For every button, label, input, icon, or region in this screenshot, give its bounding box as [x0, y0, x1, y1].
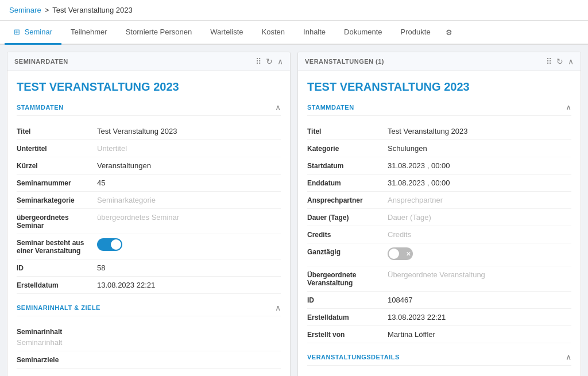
veranstaltungsdetails-section-title: VERANSTALTUNGSDETAILS: [307, 354, 400, 361]
breadcrumb-current: Test Veranstaltung 2023: [52, 6, 133, 14]
drag-icon-right[interactable]: ⠿: [546, 57, 552, 66]
table-row: Seminarinhalt Seminarinhalt: [17, 323, 281, 351]
breadcrumb: Seminare > Test Veranstaltung 2023: [0, 0, 588, 21]
table-row: Seminarkategorie Seminarkategorie: [17, 192, 281, 209]
tabs-bar: ⊞ Seminar Teilnehmer Stornierte Personen…: [0, 21, 588, 45]
seminarinhalt-section-title: SEMINARINHALT & ZIELE: [17, 304, 100, 311]
table-row: übergeordnetesSeminar übergeordnetes Sem…: [17, 209, 281, 234]
table-row: Seminar besteht auseiner Veranstaltung: [17, 234, 281, 259]
drag-icon[interactable]: ⠿: [256, 57, 261, 66]
toggle-x-label: ✕: [406, 251, 411, 257]
tab-kosten[interactable]: Kosten: [253, 21, 294, 45]
stammdaten-section-header: STAMMDATEN ∧: [17, 103, 281, 116]
veranstaltungen-panel-header: VERANSTALTUNGEN (1) ⠿ ↻ ∧: [298, 52, 581, 71]
table-row: Untertitel Untertitel: [17, 140, 281, 157]
table-row: Titel Test Veranstaltung 2023: [307, 123, 571, 140]
seminarinhalt-collapse-icon[interactable]: ∧: [275, 303, 281, 312]
table-row: Erstellt von Martina Löffler: [307, 326, 571, 343]
settings-gear-button[interactable]: ⚙: [440, 21, 458, 44]
table-row: Seminarziele: [17, 351, 281, 369]
stammdaten-right-section-title: STAMMDATEN: [307, 104, 354, 111]
seminar-besteht-toggle[interactable]: [97, 238, 122, 251]
table-row: Erstelldatum 13.08.2023 22:21: [307, 309, 571, 326]
refresh-icon[interactable]: ↻: [266, 57, 273, 66]
table-row: Kürzel Veranstaltungen: [17, 157, 281, 175]
toggle-knob-off: [389, 249, 399, 259]
seminar-main-title: TEST VERANSTALTUNG 2023: [17, 80, 281, 94]
table-row: Ganztägig ✕: [307, 243, 571, 266]
tab-seminar[interactable]: ⊞ Seminar: [5, 21, 61, 45]
toggle-knob: [111, 239, 121, 250]
tab-stornierte-personen[interactable]: Stornierte Personen: [117, 21, 202, 45]
table-row: Dauer (Tage) Dauer (Tage): [307, 209, 571, 226]
table-row: Startdatum 31.08.2023 , 00:00: [307, 157, 571, 175]
seminardaten-actions: ⠿ ↻ ∧: [256, 57, 283, 66]
tab-teilnehmer[interactable]: Teilnehmer: [61, 21, 117, 45]
tab-produkte[interactable]: Produkte: [392, 21, 440, 45]
seminardaten-title: SEMINARDATEN: [14, 58, 68, 65]
collapse-icon[interactable]: ∧: [277, 57, 283, 66]
veranstaltungen-actions: ⠿ ↻ ∧: [546, 57, 574, 66]
veranstaltungen-body: TEST VERANSTALTUNG 2023 STAMMDATEN ∧ Tit…: [298, 71, 581, 376]
stammdaten-right-collapse-icon[interactable]: ∧: [566, 103, 571, 112]
breadcrumb-link[interactable]: Seminare: [9, 6, 41, 14]
table-row: Seminarnummer 45: [17, 175, 281, 192]
breadcrumb-separator: >: [45, 6, 49, 14]
table-row: ID 108467: [307, 292, 571, 309]
refresh-icon-right[interactable]: ↻: [556, 57, 563, 66]
table-row: Erstelldatum 13.08.2023 22:21: [17, 277, 281, 294]
table-row: Enddatum 31.08.2023 , 00:00: [307, 175, 571, 192]
tab-dokumente[interactable]: Dokumente: [335, 21, 391, 45]
seminarinhalt-section-header: SEMINARINHALT & ZIELE ∧: [17, 303, 281, 316]
seminar-grid-icon: ⊞: [14, 28, 20, 36]
table-row: ID 58: [17, 259, 281, 277]
tab-inhalte[interactable]: Inhalte: [294, 21, 335, 45]
table-row: Ansprechpartner Ansprechpartner: [307, 192, 571, 209]
seminardaten-panel: SEMINARDATEN ⠿ ↻ ∧ TEST VERANSTALTUNG 20…: [7, 52, 291, 376]
veranstaltung-main-title: TEST VERANSTALTUNG 2023: [307, 80, 571, 94]
veranstaltungsdetails-collapse-icon[interactable]: ∧: [566, 352, 571, 362]
table-row: Titel Test Veranstaltung 2023: [17, 123, 281, 140]
veranstaltungen-title: VERANSTALTUNGEN (1): [305, 58, 384, 65]
collapse-icon-right[interactable]: ∧: [568, 57, 574, 66]
seminardaten-body: TEST VERANSTALTUNG 2023 STAMMDATEN ∧ Tit…: [7, 71, 290, 376]
veranstaltungen-panel: VERANSTALTUNGEN (1) ⠿ ↻ ∧ TEST VERANSTAL…: [297, 52, 581, 376]
stammdaten-collapse-icon[interactable]: ∧: [275, 103, 281, 112]
main-content: SEMINARDATEN ⠿ ↻ ∧ TEST VERANSTALTUNG 20…: [0, 45, 588, 376]
seminardaten-panel-header: SEMINARDATEN ⠿ ↻ ∧: [7, 52, 290, 71]
stammdaten-section-title: STAMMDATEN: [17, 104, 64, 111]
veranstaltungsdetails-section-header: VERANSTALTUNGSDETAILS ∧: [307, 352, 571, 366]
table-row: ÜbergeordneteVeranstaltung Übergeordnete…: [307, 266, 571, 292]
stammdaten-right-section-header: STAMMDATEN ∧: [307, 103, 571, 116]
tab-warteliste[interactable]: Warteliste: [201, 21, 252, 45]
table-row: Kategorie Schulungen: [307, 140, 571, 157]
ganztaegig-toggle[interactable]: ✕: [388, 247, 413, 260]
table-row: Credits Credits: [307, 226, 571, 243]
